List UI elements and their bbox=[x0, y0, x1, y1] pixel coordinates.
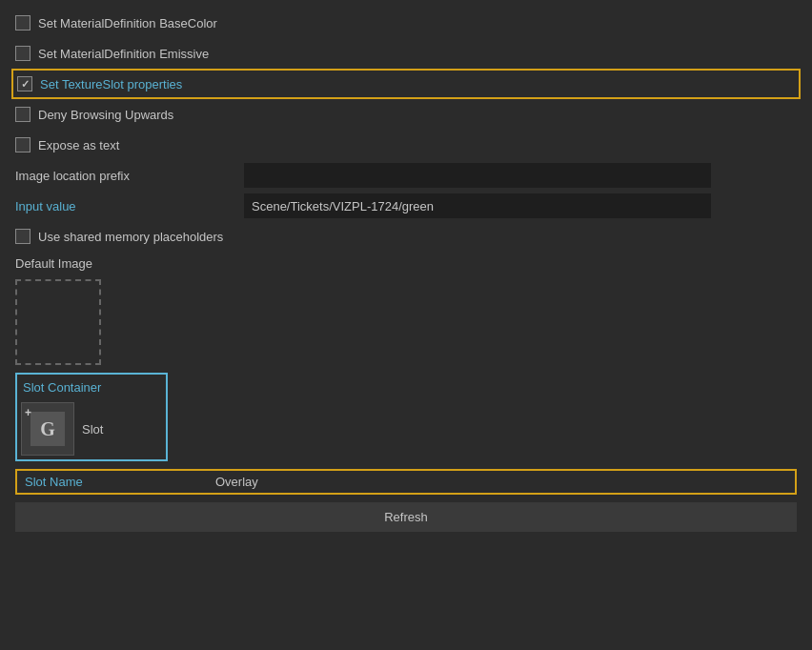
use-shared-memory-label: Use shared memory placeholders bbox=[38, 230, 223, 244]
image-location-prefix-row: Image location prefix bbox=[11, 160, 801, 191]
default-image-container bbox=[11, 275, 801, 369]
slot-container-title: Slot Container bbox=[21, 378, 162, 396]
set-material-base-label: Set MaterialDefinition BaseColor bbox=[38, 16, 217, 30]
set-texture-slot-label: Set TextureSlot properties bbox=[40, 77, 182, 91]
set-material-emissive-checkbox[interactable] bbox=[15, 46, 30, 61]
slot-name-value: Overlay bbox=[215, 475, 258, 489]
use-shared-memory-checkbox[interactable] bbox=[15, 229, 30, 244]
slot-container-section: Slot Container + G Slot bbox=[15, 373, 168, 461]
set-material-emissive-label: Set MaterialDefinition Emissive bbox=[38, 47, 209, 61]
image-location-prefix-label: Image location prefix bbox=[15, 169, 244, 183]
slot-item-label: Slot bbox=[82, 422, 103, 437]
input-value-label: Input value bbox=[15, 199, 244, 213]
slot-icon-inner: G bbox=[30, 412, 65, 446]
deny-browsing-label: Deny Browsing Upwards bbox=[38, 108, 173, 122]
set-texture-slot-checkbox[interactable] bbox=[17, 76, 32, 91]
slot-name-row: Slot Name Overlay bbox=[15, 469, 797, 495]
use-shared-memory-row: Use shared memory placeholders bbox=[11, 221, 801, 252]
expose-as-text-row: Expose as text bbox=[11, 130, 801, 160]
deny-browsing-row: Deny Browsing Upwards bbox=[11, 99, 801, 130]
input-value-display: Scene/Tickets/VIZPL-1724/green bbox=[244, 193, 711, 218]
default-image-label: Default Image bbox=[11, 252, 801, 275]
expose-as-text-label: Expose as text bbox=[38, 138, 119, 152]
slot-name-label: Slot Name bbox=[25, 475, 215, 489]
image-location-prefix-input[interactable] bbox=[244, 163, 711, 188]
refresh-button[interactable]: Refresh bbox=[15, 502, 797, 532]
set-material-emissive-row: Set MaterialDefinition Emissive bbox=[11, 38, 801, 69]
set-material-base-checkbox[interactable] bbox=[15, 15, 30, 30]
default-image-box[interactable] bbox=[15, 279, 101, 365]
set-texture-slot-row: Set TextureSlot properties bbox=[11, 69, 801, 99]
set-material-base-row: Set MaterialDefinition BaseColor bbox=[11, 8, 801, 38]
plus-icon: + bbox=[25, 406, 31, 419]
slot-icon[interactable]: + G bbox=[21, 402, 74, 456]
slot-item: + G Slot bbox=[21, 402, 162, 456]
input-value-row: Input value Scene/Tickets/VIZPL-1724/gre… bbox=[11, 191, 801, 221]
deny-browsing-checkbox[interactable] bbox=[15, 107, 30, 122]
expose-as-text-checkbox[interactable] bbox=[15, 137, 30, 152]
